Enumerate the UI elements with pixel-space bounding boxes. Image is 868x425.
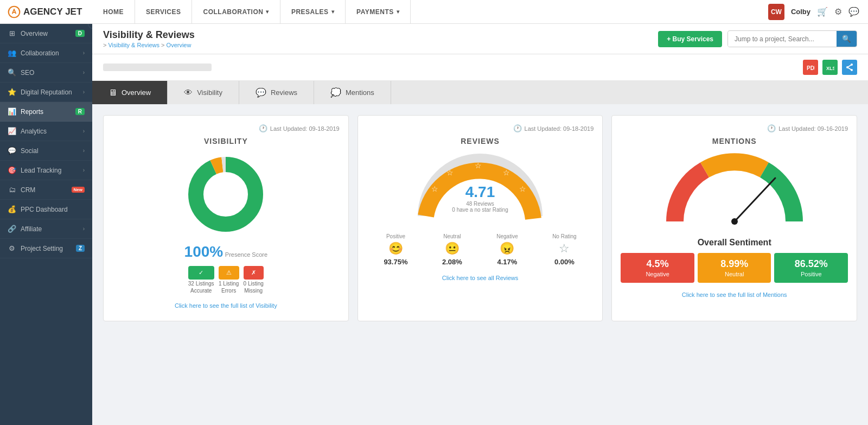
reviews-card-title: REVIEWS [367,137,594,145]
export-xls-button[interactable]: XLS [822,60,838,75]
chat-icon[interactable]: 💬 [848,7,859,17]
header-right: + Buy Services 🔍 [658,30,857,47]
reviews-no-star: 0 have a no star Rating [452,207,508,213]
sidebar-label-digital-reputation: Digital Reputation [21,88,83,96]
nav-presales[interactable]: PRESALES ▾ [280,0,346,23]
logo-area: AGENCY JET [0,5,92,18]
sidebar-item-crm[interactable]: 🗂 CRM New [0,180,92,200]
sidebar-item-social[interactable]: 💬 Social › [0,141,92,161]
sidebar-item-overview[interactable]: ⊞ Overview D [0,24,92,43]
settings-icon[interactable]: ⚙ [834,7,842,17]
tab-reviews[interactable]: 💬 Reviews [239,81,314,104]
visibility-card-header: 🕐 Last Updated: 09-18-2019 [112,124,340,132]
tab-mentions[interactable]: 💭 Mentions [314,81,391,104]
donut-container [112,151,340,238]
reviews-count: 48 Reviews [452,201,508,207]
tab-mentions-icon: 💭 [330,87,341,98]
lead-tracking-icon: 🎯 [8,166,16,174]
review-stat-norating: No Rating ☆ 0.00% [552,233,576,266]
sidebar-item-digital-reputation[interactable]: ⭐ Digital Reputation › [0,83,92,102]
export-pdf-button[interactable]: PDF [803,60,818,75]
collaboration-chevron: › [83,50,85,56]
tab-visibility[interactable]: 👁 Visibility [168,81,239,104]
negative-icon: 😠 [496,242,518,256]
sidebar-item-ppc[interactable]: 💰 PPC Dashboard [0,200,92,219]
ppc-icon: 💰 [8,205,16,213]
review-stat-positive: Positive 😊 93.75% [384,233,407,266]
review-stat-neutral: Neutral 😐 2.08% [442,233,462,266]
nav-collaboration[interactable]: COLLABORATION ▾ [192,0,280,23]
sidebar-label-social: Social [21,147,83,155]
svg-text:PDF: PDF [807,65,815,71]
breadcrumb: > Visibility & Reviews > Overview [103,42,195,48]
tab-overview-label: Overview [122,88,151,97]
tab-overview[interactable]: 🖥 Overview [92,81,168,104]
search-button[interactable]: 🔍 [837,31,857,47]
sidebar-item-affiliate[interactable]: 🔗 Affiliate › [0,219,92,239]
svg-line-9 [847,67,852,70]
positive-sentiment-pct: 86.52% [778,258,844,270]
affiliate-chevron: › [83,226,85,232]
digital-reputation-chevron: › [83,89,85,95]
buy-services-button[interactable]: + Buy Services [658,31,722,47]
neutral-pct: 2.08% [442,258,462,266]
sidebar-item-collaboration[interactable]: 👥 Collaboration › [0,43,92,63]
listing-missing: ✗ 0 Listing Missing [244,266,264,294]
mentions-clock-icon: 🕐 [767,124,776,132]
main-content: Visibility & Reviews > Visibility & Revi… [92,24,868,425]
sidebar-label-seo: SEO [21,69,83,77]
nav-payments[interactable]: PAYMENTS ▾ [346,0,411,23]
reviews-card-header: 🕐 Last Updated: 09-18-2019 [367,124,594,132]
analytics-chevron: › [83,128,85,134]
user-avatar: CW [768,4,784,20]
positive-icon: 😊 [384,242,407,256]
share-button[interactable] [842,60,857,75]
nav-home[interactable]: HOME [92,0,135,23]
negative-sentiment-label: Negative [625,271,690,277]
donut-chart [182,151,269,238]
norating-icon: ☆ [552,242,576,256]
sidebar-item-reports[interactable]: 📊 Reports R [0,102,92,122]
review-stats: Positive 😊 93.75% Neutral 😐 2.08% Negati… [367,233,594,266]
errors-label: Errors [219,288,239,294]
social-chevron: › [83,148,85,154]
tabs-bar: 🖥 Overview 👁 Visibility 💬 Reviews 💭 Ment… [92,81,868,104]
sidebar-label-overview: Overview [21,30,75,37]
page-title-area: Visibility & Reviews > Visibility & Revi… [103,29,195,48]
missing-label: Missing [244,288,264,294]
search-box: 🔍 [727,30,857,47]
sidebar-item-analytics[interactable]: 📈 Analytics › [0,122,92,141]
analytics-icon: 📈 [8,127,16,135]
tab-mentions-label: Mentions [346,88,374,97]
breadcrumb-current: Overview [167,42,192,48]
overview-icon: ⊞ [8,29,16,37]
social-icon: 💬 [8,147,16,155]
crm-icon: 🗂 [8,186,16,194]
sidebar-label-ppc: PPC Dashboard [21,206,85,213]
listing-errors: ⚠ 1 Listing Errors [219,266,239,294]
visibility-link[interactable]: Click here to see the full list of Visib… [112,302,340,309]
cart-icon[interactable]: 🛒 [817,7,828,17]
mentions-link[interactable]: Click here to see the full list of Menti… [621,291,848,298]
reports-badge: R [75,108,85,115]
search-input[interactable] [728,31,837,47]
breadcrumb-root[interactable]: Visibility & Reviews [108,42,159,48]
mentions-last-updated: Last Updated: 09-16-2019 [778,125,848,132]
seo-icon: 🔍 [8,68,16,77]
listing-badges: ✓ 32 Listings Accurate ⚠ 1 Listing Error… [112,266,340,294]
review-stat-negative: Negative 😠 4.17% [496,233,518,266]
digital-reputation-icon: ⭐ [8,88,16,96]
presence-label: Presence Score [225,251,267,258]
sidebar-item-lead-tracking[interactable]: 🎯 Lead Tracking › [0,161,92,180]
lead-tracking-chevron: › [83,167,85,173]
dashboard-content: 🕐 Last Updated: 09-18-2019 VISIBILITY 10… [92,104,868,332]
nav-services[interactable]: SERVICES [135,0,192,23]
reviews-link[interactable]: Click here to see all Reviews [367,275,594,281]
sidebar-item-project-setting[interactable]: ⚙ Project Setting Z [0,239,92,258]
svg-line-8 [847,65,852,67]
accurate-count: 32 Listings [188,281,214,287]
errors-badge: ⚠ [219,266,239,280]
nav-right: CW Colby 🛒 ⚙ 💬 [768,4,868,20]
negative-label: Negative [496,233,518,239]
sidebar-item-seo[interactable]: 🔍 SEO › [0,63,92,83]
